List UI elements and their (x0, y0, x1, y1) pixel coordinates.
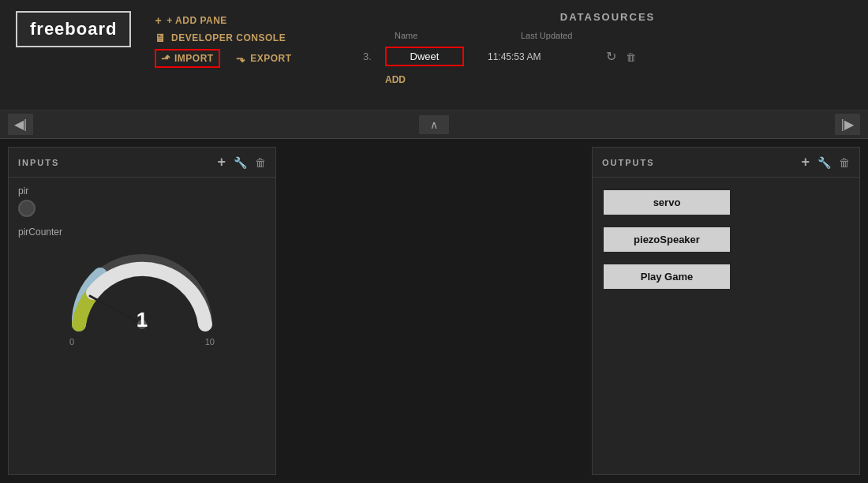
pir-counter-label: pirCounter (18, 227, 266, 238)
inputs-add-icon[interactable]: + (217, 154, 226, 170)
logo: freeboard (16, 11, 131, 47)
export-icon: ⬎ (236, 52, 246, 65)
outputs-add-icon[interactable]: + (801, 154, 810, 170)
gauge-svg: 1 0 10 (63, 245, 221, 332)
gauge-widget: 1 0 10 (18, 245, 266, 332)
gauge-min: 0 (69, 337, 74, 346)
toolbar-strip: ◀| ∧ |▶ (0, 110, 868, 139)
collapse-left-button[interactable]: ◀| (8, 114, 33, 135)
outputs-trash-icon[interactable]: 🗑 (839, 156, 850, 169)
refresh-icon[interactable] (606, 49, 616, 64)
main-content: INPUTS + 🔧 🗑 pir pirCounter (0, 139, 868, 483)
pir-label: pir (18, 185, 266, 197)
collapse-right-button[interactable]: |▶ (835, 114, 860, 135)
gauge-value: 1 (137, 308, 148, 332)
inputs-panel-actions: + 🔧 🗑 (217, 154, 266, 170)
outputs-wrench-icon[interactable]: 🔧 (817, 156, 831, 169)
svg-line-0 (90, 296, 142, 324)
inputs-trash-icon[interactable]: 🗑 (255, 156, 266, 169)
add-pane-button[interactable]: + + ADD PANE (155, 14, 291, 27)
right-arrow-icon: |▶ (841, 118, 854, 131)
gauge-max: 10 (205, 337, 215, 346)
add-datasource-button[interactable]: ADD (363, 74, 852, 85)
datasources-section: DATASOURCES Name Last Updated 3. Dweet 1… (363, 11, 852, 85)
outputs-panel-actions: + 🔧 🗑 (801, 154, 850, 170)
inputs-wrench-icon[interactable]: 🔧 (234, 156, 247, 169)
datasources-header: Name Last Updated (363, 31, 852, 43)
outputs-panel: OUTPUTS + 🔧 🗑 servo piezoSpeaker Play Ga… (592, 147, 860, 475)
left-arrow-icon: ◀| (14, 118, 27, 131)
inputs-panel: INPUTS + 🔧 🗑 pir pirCounter (8, 147, 276, 475)
import-icon: ⬏ (161, 52, 171, 65)
nav-row: ⬏ IMPORT ⬎ EXPORT (155, 49, 291, 68)
center-spacer (284, 139, 584, 483)
collapse-up-button[interactable]: ∧ (419, 115, 449, 134)
outputs-panel-header: OUTPUTS + 🔧 🗑 (593, 148, 859, 178)
top-bar: freeboard + + ADD PANE 🖥 DEVELOPER CONSO… (0, 0, 868, 110)
developer-console-button[interactable]: 🖥 DEVELOPER CONSOLE (155, 32, 291, 44)
piezo-speaker-button[interactable]: piezoSpeaker (604, 227, 730, 252)
left-nav: + + ADD PANE 🖥 DEVELOPER CONSOLE ⬏ IMPOR… (155, 14, 291, 68)
inputs-panel-body: pir pirCounter (9, 178, 275, 474)
play-game-button[interactable]: Play Game (604, 264, 730, 289)
datasource-name-dweet[interactable]: Dweet (385, 47, 464, 66)
export-button[interactable]: ⬎ EXPORT (236, 52, 292, 65)
pir-toggle[interactable] (18, 200, 36, 217)
servo-button[interactable]: servo (604, 190, 730, 215)
import-button[interactable]: ⬏ IMPORT (155, 49, 219, 68)
output-buttons-wrap: servo piezoSpeaker Play Game (593, 178, 859, 301)
inputs-panel-header: INPUTS + 🔧 🗑 (9, 148, 275, 178)
delete-datasource-icon[interactable] (626, 51, 636, 63)
datasource-actions (606, 49, 636, 64)
up-arrow-icon: ∧ (430, 118, 438, 131)
plus-icon: + (155, 14, 162, 27)
datasources-title: DATASOURCES (363, 11, 852, 23)
monitor-icon: 🖥 (155, 32, 166, 44)
datasource-row: 3. Dweet 11:45:53 AM (363, 43, 852, 69)
